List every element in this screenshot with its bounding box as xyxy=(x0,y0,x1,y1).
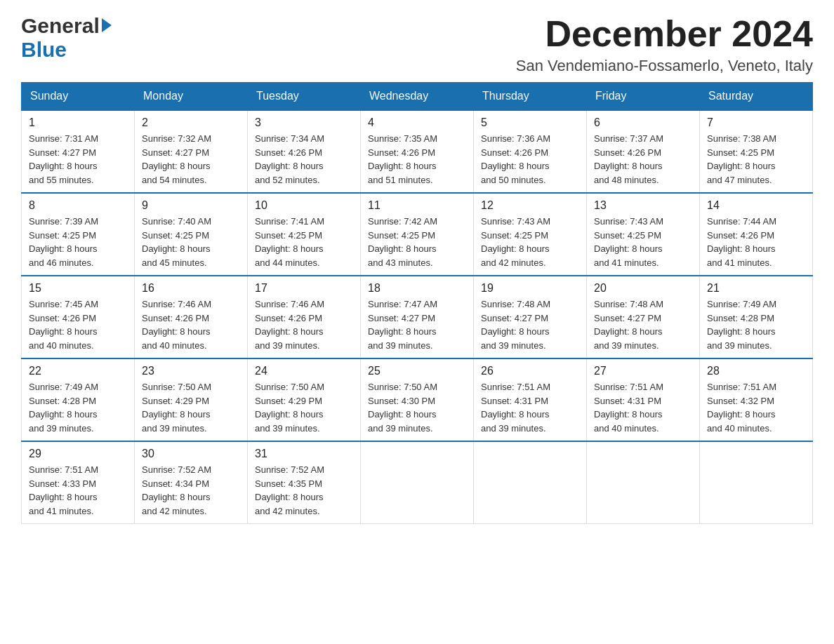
calendar-cell: 18 Sunrise: 7:47 AM Sunset: 4:27 PM Dayl… xyxy=(361,276,474,358)
calendar-cell: 31 Sunrise: 7:52 AM Sunset: 4:35 PM Dayl… xyxy=(248,441,361,524)
calendar-cell: 13 Sunrise: 7:43 AM Sunset: 4:25 PM Dayl… xyxy=(587,193,700,276)
day-number: 27 xyxy=(594,365,692,377)
page-header: General Blue December 2024 San Vendemian… xyxy=(21,14,813,75)
calendar-week-row: 15 Sunrise: 7:45 AM Sunset: 4:26 PM Dayl… xyxy=(22,276,813,358)
calendar-week-row: 1 Sunrise: 7:31 AM Sunset: 4:27 PM Dayli… xyxy=(22,110,813,193)
day-number: 20 xyxy=(594,282,692,295)
calendar-cell: 3 Sunrise: 7:34 AM Sunset: 4:26 PM Dayli… xyxy=(248,110,361,193)
day-info: Sunrise: 7:38 AM Sunset: 4:25 PM Dayligh… xyxy=(707,132,805,187)
calendar-cell: 24 Sunrise: 7:50 AM Sunset: 4:29 PM Dayl… xyxy=(248,358,361,441)
calendar-cell: 25 Sunrise: 7:50 AM Sunset: 4:30 PM Dayl… xyxy=(361,358,474,441)
calendar-cell: 2 Sunrise: 7:32 AM Sunset: 4:27 PM Dayli… xyxy=(135,110,248,193)
day-info: Sunrise: 7:32 AM Sunset: 4:27 PM Dayligh… xyxy=(142,132,240,187)
calendar-week-row: 22 Sunrise: 7:49 AM Sunset: 4:28 PM Dayl… xyxy=(22,358,813,441)
day-number: 24 xyxy=(255,365,353,377)
calendar-cell: 17 Sunrise: 7:46 AM Sunset: 4:26 PM Dayl… xyxy=(248,276,361,358)
day-number: 7 xyxy=(707,116,805,129)
day-number: 28 xyxy=(707,365,805,377)
calendar-week-row: 8 Sunrise: 7:39 AM Sunset: 4:25 PM Dayli… xyxy=(22,193,813,276)
day-number: 12 xyxy=(481,199,579,212)
header-saturday: Saturday xyxy=(700,83,813,111)
logo-general-text: General xyxy=(21,14,100,38)
calendar-cell: 5 Sunrise: 7:36 AM Sunset: 4:26 PM Dayli… xyxy=(474,110,587,193)
calendar-cell: 8 Sunrise: 7:39 AM Sunset: 4:25 PM Dayli… xyxy=(22,193,135,276)
calendar-cell: 10 Sunrise: 7:41 AM Sunset: 4:25 PM Dayl… xyxy=(248,193,361,276)
day-info: Sunrise: 7:51 AM Sunset: 4:31 PM Dayligh… xyxy=(594,380,692,435)
day-number: 8 xyxy=(29,199,127,212)
day-info: Sunrise: 7:52 AM Sunset: 4:34 PM Dayligh… xyxy=(142,463,240,518)
day-info: Sunrise: 7:36 AM Sunset: 4:26 PM Dayligh… xyxy=(481,132,579,187)
day-number: 25 xyxy=(368,365,466,377)
day-number: 29 xyxy=(29,448,127,460)
day-info: Sunrise: 7:43 AM Sunset: 4:25 PM Dayligh… xyxy=(594,215,692,269)
day-info: Sunrise: 7:50 AM Sunset: 4:30 PM Dayligh… xyxy=(368,380,466,435)
calendar-cell: 30 Sunrise: 7:52 AM Sunset: 4:34 PM Dayl… xyxy=(135,441,248,524)
day-number: 19 xyxy=(481,282,579,295)
day-number: 17 xyxy=(255,282,353,295)
day-info: Sunrise: 7:42 AM Sunset: 4:25 PM Dayligh… xyxy=(368,215,466,269)
header-sunday: Sunday xyxy=(22,83,135,111)
day-number: 13 xyxy=(594,199,692,212)
header-wednesday: Wednesday xyxy=(361,83,474,111)
calendar-cell: 19 Sunrise: 7:48 AM Sunset: 4:27 PM Dayl… xyxy=(474,276,587,358)
header-monday: Monday xyxy=(135,83,248,111)
logo: General Blue xyxy=(21,14,112,62)
calendar-cell: 22 Sunrise: 7:49 AM Sunset: 4:28 PM Dayl… xyxy=(22,358,135,441)
day-number: 30 xyxy=(142,448,240,460)
day-info: Sunrise: 7:47 AM Sunset: 4:27 PM Dayligh… xyxy=(368,297,466,352)
day-info: Sunrise: 7:48 AM Sunset: 4:27 PM Dayligh… xyxy=(594,297,692,352)
day-info: Sunrise: 7:37 AM Sunset: 4:26 PM Dayligh… xyxy=(594,132,692,187)
day-number: 21 xyxy=(707,282,805,295)
day-number: 5 xyxy=(481,116,579,129)
day-info: Sunrise: 7:52 AM Sunset: 4:35 PM Dayligh… xyxy=(255,463,353,518)
day-info: Sunrise: 7:51 AM Sunset: 4:33 PM Dayligh… xyxy=(29,463,127,518)
calendar-cell: 28 Sunrise: 7:51 AM Sunset: 4:32 PM Dayl… xyxy=(700,358,813,441)
day-number: 4 xyxy=(368,116,466,129)
day-info: Sunrise: 7:46 AM Sunset: 4:26 PM Dayligh… xyxy=(142,297,240,352)
day-info: Sunrise: 7:44 AM Sunset: 4:26 PM Dayligh… xyxy=(707,215,805,269)
calendar-cell: 16 Sunrise: 7:46 AM Sunset: 4:26 PM Dayl… xyxy=(135,276,248,358)
calendar-cell: 12 Sunrise: 7:43 AM Sunset: 4:25 PM Dayl… xyxy=(474,193,587,276)
header-thursday: Thursday xyxy=(474,83,587,111)
day-info: Sunrise: 7:49 AM Sunset: 4:28 PM Dayligh… xyxy=(29,380,127,435)
day-number: 31 xyxy=(255,448,353,460)
logo-arrow-icon xyxy=(102,18,112,32)
calendar-header-row: SundayMondayTuesdayWednesdayThursdayFrid… xyxy=(22,83,813,111)
month-title: December 2024 xyxy=(516,14,813,54)
title-section: December 2024 San Vendemiano-Fossamerlo,… xyxy=(516,14,813,75)
calendar-table: SundayMondayTuesdayWednesdayThursdayFrid… xyxy=(21,82,813,524)
calendar-cell: 26 Sunrise: 7:51 AM Sunset: 4:31 PM Dayl… xyxy=(474,358,587,441)
day-number: 10 xyxy=(255,199,353,212)
day-info: Sunrise: 7:49 AM Sunset: 4:28 PM Dayligh… xyxy=(707,297,805,352)
day-info: Sunrise: 7:41 AM Sunset: 4:25 PM Dayligh… xyxy=(255,215,353,269)
calendar-week-row: 29 Sunrise: 7:51 AM Sunset: 4:33 PM Dayl… xyxy=(22,441,813,524)
location-title: San Vendemiano-Fossamerlo, Veneto, Italy xyxy=(516,57,813,75)
day-number: 6 xyxy=(594,116,692,129)
day-number: 2 xyxy=(142,116,240,129)
day-info: Sunrise: 7:51 AM Sunset: 4:32 PM Dayligh… xyxy=(707,380,805,435)
day-info: Sunrise: 7:45 AM Sunset: 4:26 PM Dayligh… xyxy=(29,297,127,352)
day-info: Sunrise: 7:46 AM Sunset: 4:26 PM Dayligh… xyxy=(255,297,353,352)
logo-blue-text: Blue xyxy=(21,38,67,61)
calendar-cell: 23 Sunrise: 7:50 AM Sunset: 4:29 PM Dayl… xyxy=(135,358,248,441)
day-number: 9 xyxy=(142,199,240,212)
day-number: 3 xyxy=(255,116,353,129)
day-number: 16 xyxy=(142,282,240,295)
calendar-cell: 20 Sunrise: 7:48 AM Sunset: 4:27 PM Dayl… xyxy=(587,276,700,358)
calendar-cell: 14 Sunrise: 7:44 AM Sunset: 4:26 PM Dayl… xyxy=(700,193,813,276)
calendar-cell: 29 Sunrise: 7:51 AM Sunset: 4:33 PM Dayl… xyxy=(22,441,135,524)
calendar-cell: 4 Sunrise: 7:35 AM Sunset: 4:26 PM Dayli… xyxy=(361,110,474,193)
calendar-cell: 27 Sunrise: 7:51 AM Sunset: 4:31 PM Dayl… xyxy=(587,358,700,441)
calendar-cell: 6 Sunrise: 7:37 AM Sunset: 4:26 PM Dayli… xyxy=(587,110,700,193)
day-info: Sunrise: 7:35 AM Sunset: 4:26 PM Dayligh… xyxy=(368,132,466,187)
calendar-cell: 11 Sunrise: 7:42 AM Sunset: 4:25 PM Dayl… xyxy=(361,193,474,276)
day-number: 14 xyxy=(707,199,805,212)
day-number: 11 xyxy=(368,199,466,212)
calendar-cell: 15 Sunrise: 7:45 AM Sunset: 4:26 PM Dayl… xyxy=(22,276,135,358)
day-info: Sunrise: 7:39 AM Sunset: 4:25 PM Dayligh… xyxy=(29,215,127,269)
day-number: 26 xyxy=(481,365,579,377)
day-info: Sunrise: 7:51 AM Sunset: 4:31 PM Dayligh… xyxy=(481,380,579,435)
calendar-cell xyxy=(361,441,474,524)
day-info: Sunrise: 7:48 AM Sunset: 4:27 PM Dayligh… xyxy=(481,297,579,352)
calendar-cell: 21 Sunrise: 7:49 AM Sunset: 4:28 PM Dayl… xyxy=(700,276,813,358)
